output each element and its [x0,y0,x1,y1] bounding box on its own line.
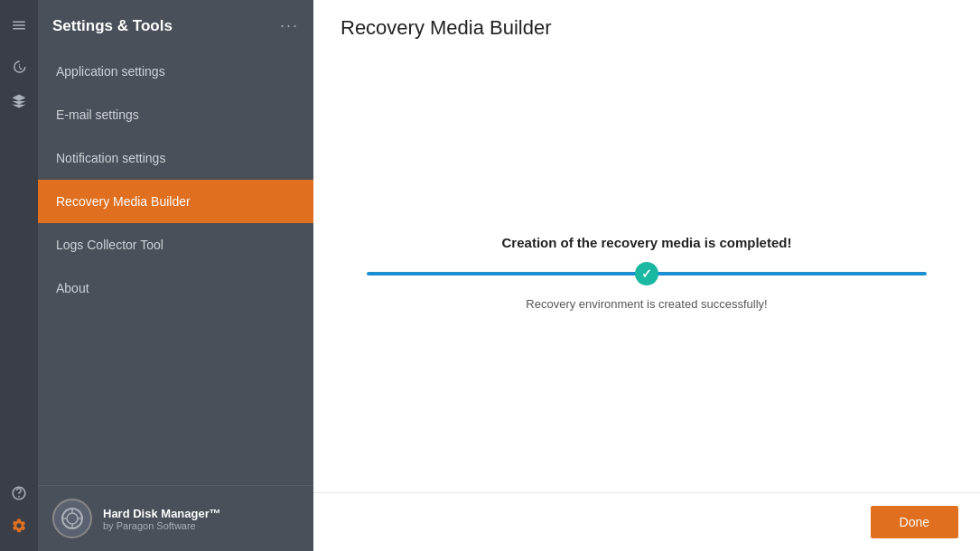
layers-icon[interactable] [6,89,32,114]
done-button[interactable]: Done [871,506,958,538]
sidebar-item-label: Recovery Media Builder [56,194,191,209]
sidebar-title: Settings & Tools [52,17,173,35]
app-info: Hard Disk Manager™ by Paragon Software [103,507,221,531]
sidebar-item-email-settings[interactable]: E-mail settings [38,93,313,136]
svg-point-1 [67,513,78,524]
completion-title: Creation of the recovery media is comple… [502,235,792,250]
app-name: Hard Disk Manager™ [103,507,221,520]
help-icon[interactable] [6,481,32,506]
sidebar: Settings & Tools ··· Application setting… [38,0,313,551]
sidebar-more-button[interactable]: ··· [280,16,299,35]
sidebar-menu: Application settings E-mail settings Not… [38,50,313,485]
main-content: Recovery Media Builder Creation of the r… [313,0,980,551]
progress-checkmark [635,262,658,285]
hamburger-icon[interactable] [6,13,32,38]
sidebar-item-label: Notification settings [56,151,165,165]
sidebar-item-label: Logs Collector Tool [56,238,163,252]
main-header: Recovery Media Builder [313,0,980,52]
history-icon[interactable] [6,54,32,79]
sidebar-item-application-settings[interactable]: Application settings [38,50,313,93]
app-logo [52,499,92,538]
sidebar-item-notification-settings[interactable]: Notification settings [38,136,313,180]
completion-area: Creation of the recovery media is comple… [367,235,927,311]
app-sub: by Paragon Software [103,520,221,531]
sidebar-header: Settings & Tools ··· [38,0,313,50]
completion-sub: Recovery environment is created successf… [526,297,767,311]
sidebar-item-label: Application settings [56,64,165,79]
sidebar-item-label: About [56,281,89,295]
sidebar-item-logs-collector-tool[interactable]: Logs Collector Tool [38,223,313,266]
page-title: Recovery Media Builder [341,16,953,40]
sidebar-item-label: E-mail settings [56,107,139,122]
main-body: Creation of the recovery media is comple… [313,52,980,492]
progress-bar-container [367,263,927,285]
sidebar-footer: Hard Disk Manager™ by Paragon Software [38,485,313,551]
sidebar-item-about[interactable]: About [38,266,313,310]
icon-rail [0,0,38,551]
main-footer: Done [313,492,980,551]
settings-icon[interactable] [6,513,32,538]
sidebar-item-recovery-media-builder[interactable]: Recovery Media Builder [38,180,313,223]
